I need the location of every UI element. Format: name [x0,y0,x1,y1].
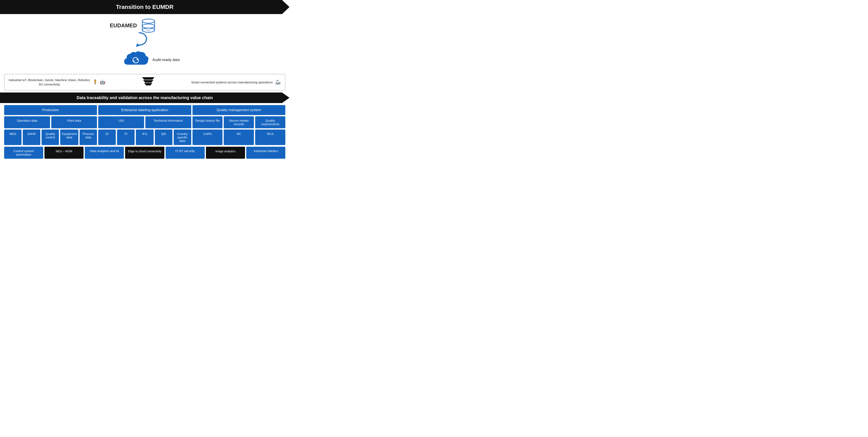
row2-left: Operation data Plant data [4,116,97,128]
svg-marker-12 [143,80,153,83]
eudamed-diagram: EUDAMED [110,18,180,70]
device-master-records: Device master records [224,116,254,128]
control-system-automation: Control system automation [4,147,43,159]
process-data: Process data [80,129,97,145]
row3-mid: DI PI IFU QR Country specific data [98,129,191,145]
it-ot-security: IT-OT security [166,147,205,159]
diagram-section: EUDAMED [0,14,289,72]
tech-icons: 🧍 🤖 [92,80,105,85]
human-icon: 🧍 [92,80,98,85]
grid-section: Production Enterprise labeling applicati… [0,103,289,161]
operation-data: Operation data [4,116,50,128]
nc: NC [224,129,254,145]
cat-labeling: Enterprise labeling application [98,105,191,115]
cat-quality: Quality management system [192,105,285,115]
svg-point-1 [142,24,155,28]
tech-text: Industrial IoT, Blockchain, GenAI, Machi… [9,78,90,86]
data-analytics-ai: Data analytics and AI [85,147,124,159]
row2: Operation data Plant data UDI Technical … [4,116,285,128]
edge-to-cloud: Edge to cloud connectivity [125,147,164,159]
svg-point-5 [146,30,147,30]
row2-mid: UDI Technical information [98,116,191,128]
bottom-row: Control system automation MES – MOM Data… [4,147,285,159]
svg-point-7 [150,30,151,30]
plant-data: Plant data [51,116,97,128]
eudamed-label: EUDAMED [110,22,137,29]
pi: PI [117,129,134,145]
data-banner: Data traceability and validation across … [0,92,289,103]
quality-control: Quality control [41,129,59,145]
curved-arrow [126,31,151,48]
tech-right: Smart connected systems across manufactu… [191,80,281,85]
tech-left: Industrial IoT, Blockchain, GenAI, Machi… [9,78,105,86]
image-analytics: Image analytics [206,147,245,159]
category-row: Production Enterprise labeling applicati… [4,105,285,115]
tech-banner: Industrial IoT, Blockchain, GenAI, Machi… [4,74,285,90]
cat-production: Production [4,105,97,115]
design-history-file: Design history file [192,116,223,128]
main-title-banner: Transition to EUMDR [0,0,289,14]
equipment-data: Equipment data [60,129,79,145]
capa: CAPA [192,129,223,145]
main-title: Transition to EUMDR [116,4,174,10]
smart-text: Smart connected systems across manufactu… [191,81,273,84]
mes: MES [4,129,22,145]
row3-left: MES eDHR Quality control Equipment data … [4,129,97,145]
chevron-stack [142,77,154,87]
row3-right: CAPA NC RCA [192,129,285,145]
industrial-robotics: Industrial robotics [246,147,285,159]
arm-icon: 🦾 [275,80,281,85]
svg-point-0 [142,19,155,23]
cloud-row: Audit-ready data [122,50,180,70]
cloud-icon [122,50,149,70]
qr: QR [155,129,173,145]
audit-label: Audit-ready data [152,58,180,62]
technical-information: Technical information [145,116,191,128]
di: DI [98,129,116,145]
rca: RCA [255,129,285,145]
udi: UDI [98,116,144,128]
row2-right: Design history file Device master record… [192,116,285,128]
country-specific-data: Country specific data [174,129,191,145]
row3: MES eDHR Quality control Equipment data … [4,129,285,145]
robot-icon: 🤖 [100,80,105,85]
quality-requirements: Quality requirements [255,116,285,128]
svg-marker-11 [142,77,154,80]
data-banner-title: Data traceability and validation across … [76,95,213,100]
ifu: IFU [136,129,153,145]
mes-mom: MES – MOM [44,147,84,159]
svg-marker-13 [144,83,152,85]
edhr: eDHR [23,129,40,145]
